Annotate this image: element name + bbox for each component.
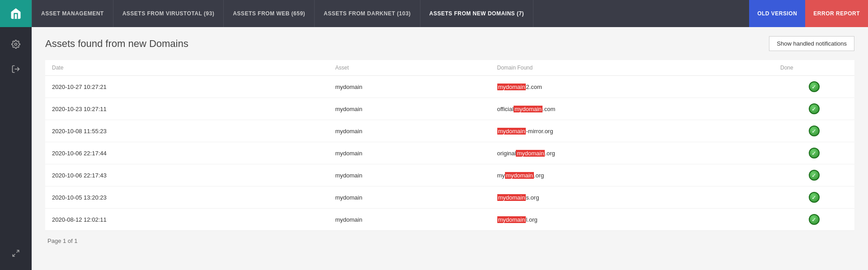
pagination: Page 1 of 1: [45, 231, 854, 251]
cell-asset: mydomain: [329, 76, 491, 98]
col-header-done: Done: [774, 60, 854, 76]
domain-highlight: mydomain: [497, 194, 526, 201]
cell-domain: mydomainl.org: [491, 209, 774, 231]
cell-done: ✓: [774, 98, 854, 120]
page-title: Assets found from new Domains: [45, 38, 189, 50]
cell-done: ✓: [774, 209, 854, 231]
table-row: 2020-10-06 22:17:43mydomainmymydomain.or…: [45, 164, 854, 186]
done-check-icon: ✓: [809, 192, 820, 203]
svg-line-3: [13, 254, 15, 256]
cell-domain: officialmydomain.com: [491, 98, 774, 120]
done-check-icon: ✓: [809, 81, 820, 92]
sidebar-item-logout[interactable]: [0, 56, 32, 81]
domain-highlight: mydomain: [497, 216, 526, 223]
done-check-icon: ✓: [809, 103, 820, 114]
content-area: Assets found from new Domains Show handl…: [32, 27, 868, 270]
col-header-domain: Domain Found: [491, 60, 774, 76]
error-report-button[interactable]: ERROR REPORT: [805, 0, 868, 27]
domain-highlight: mydomain: [497, 128, 526, 135]
done-check-icon: ✓: [809, 170, 820, 181]
table-row: 2020-10-23 10:27:11mydomainofficialmydom…: [45, 98, 854, 120]
done-check-icon: ✓: [809, 214, 820, 225]
sidebar-item-expand[interactable]: [0, 241, 32, 265]
cell-asset: mydomain: [329, 209, 491, 231]
table-row: 2020-10-08 11:55:23mydomainmydomain-mirr…: [45, 120, 854, 142]
table-row: 2020-10-05 13:20:23mydomainmydomains.org…: [45, 186, 854, 209]
tab-virustotal[interactable]: ASSETS FROM VIRUSTOTAL (93): [113, 0, 224, 27]
table-row: 2020-10-06 22:17:44mydomainoriginalmydom…: [45, 142, 854, 164]
table-row: 2020-08-12 12:02:11mydomainmydomainl.org…: [45, 209, 854, 231]
main-content: ASSET MANAGEMENT ASSETS FROM VIRUSTOTAL …: [32, 0, 868, 270]
cell-asset: mydomain: [329, 186, 491, 209]
tab-darknet[interactable]: ASSETS FROM DARKNET (103): [315, 0, 420, 27]
domain-highlight: mydomain: [497, 84, 526, 90]
domain-highlight: mydomain: [505, 172, 534, 179]
sidebar: [0, 0, 32, 270]
cell-done: ✓: [774, 76, 854, 98]
cell-domain: mymydomain.org: [491, 164, 774, 186]
cell-date: 2020-10-05 13:20:23: [45, 186, 329, 209]
cell-done: ✓: [774, 186, 854, 209]
show-handled-button[interactable]: Show handled notifications: [769, 36, 854, 51]
cell-date: 2020-10-27 10:27:21: [45, 76, 329, 98]
cell-done: ✓: [774, 142, 854, 164]
cell-asset: mydomain: [329, 120, 491, 142]
col-header-asset: Asset: [329, 60, 491, 76]
cell-done: ✓: [774, 164, 854, 186]
cell-asset: mydomain: [329, 142, 491, 164]
domain-highlight: mydomain: [516, 150, 545, 157]
tab-new-domains[interactable]: ASSETS FROM NEW DOMAINS (7): [420, 0, 534, 27]
domain-highlight: mydomain: [514, 106, 542, 112]
sidebar-item-settings[interactable]: [0, 32, 32, 56]
assets-table: Date Asset Domain Found Done 2020-10-27 …: [45, 60, 854, 231]
sidebar-logo[interactable]: [0, 0, 32, 27]
cell-asset: mydomain: [329, 164, 491, 186]
done-check-icon: ✓: [809, 148, 820, 158]
col-header-date: Date: [45, 60, 329, 76]
cell-domain: mydomain-mirror.org: [491, 120, 774, 142]
cell-date: 2020-10-08 11:55:23: [45, 120, 329, 142]
cell-domain: mydomains.org: [491, 186, 774, 209]
cell-date: 2020-10-06 22:17:43: [45, 164, 329, 186]
cell-done: ✓: [774, 120, 854, 142]
cell-domain: originalmydomain.org: [491, 142, 774, 164]
cell-date: 2020-08-12 12:02:11: [45, 209, 329, 231]
top-nav: ASSET MANAGEMENT ASSETS FROM VIRUSTOTAL …: [32, 0, 868, 27]
cell-asset: mydomain: [329, 98, 491, 120]
tab-asset-management[interactable]: ASSET MANAGEMENT: [32, 0, 113, 27]
cell-domain: mydomain2.com: [491, 76, 774, 98]
svg-line-2: [17, 250, 19, 252]
cell-date: 2020-10-06 22:17:44: [45, 142, 329, 164]
tab-web[interactable]: ASSETS FROM WEB (659): [224, 0, 315, 27]
done-check-icon: ✓: [809, 126, 820, 136]
old-version-button[interactable]: OLD VERSION: [749, 0, 805, 27]
table-row: 2020-10-27 10:27:21mydomainmydomain2.com…: [45, 76, 854, 98]
content-header: Assets found from new Domains Show handl…: [45, 36, 854, 51]
cell-date: 2020-10-23 10:27:11: [45, 98, 329, 120]
svg-point-0: [15, 43, 17, 45]
